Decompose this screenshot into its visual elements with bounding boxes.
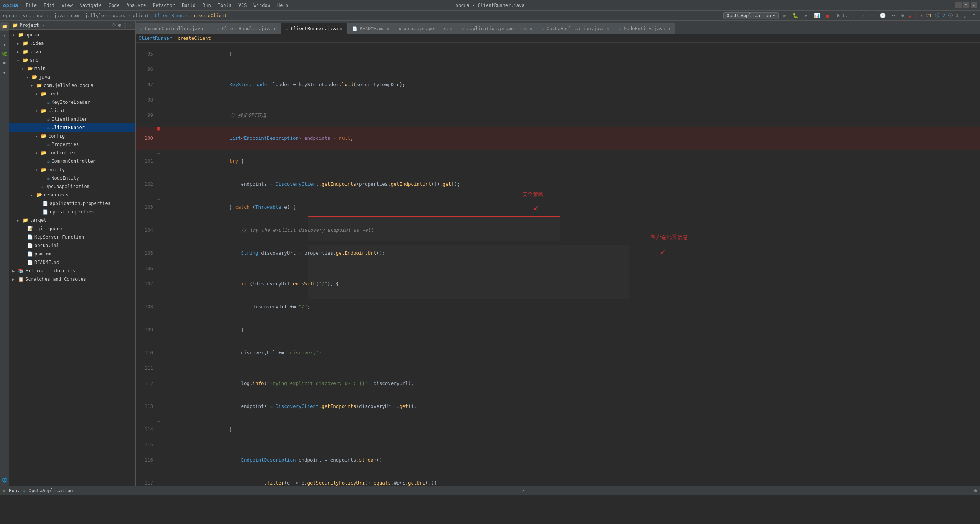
tab-app-properties[interactable]: ⚙ application.properties ✕ [457, 23, 537, 34]
tab-readme-close[interactable]: ✕ [387, 27, 389, 31]
tree-keystoreloader[interactable]: ▶ ☕ KeyStoreLoader [9, 98, 135, 106]
error-count[interactable]: ▲ [909, 13, 911, 18]
activity-structure[interactable]: ≡ [0, 59, 9, 67]
maximize-button[interactable]: □ [963, 2, 969, 8]
tree-opcua-iml[interactable]: ▶ 📄 opcua.iml [9, 241, 135, 250]
project-minimize-icon[interactable]: ─ [129, 22, 132, 28]
code-cell[interactable] [175, 364, 980, 372]
tab-clienthandler[interactable]: ☕ ClientHandler.java ✕ [212, 23, 281, 34]
run-icon[interactable]: ▶ [3, 488, 6, 493]
tab-opcua-properties[interactable]: ⚙ opcua.properties ✕ [394, 23, 457, 34]
breadcrumb-src[interactable]: src [23, 13, 31, 18]
code-cell[interactable]: } [175, 43, 980, 66]
code-cell[interactable]: // 搜索OPC节点 [175, 104, 980, 127]
menu-tools[interactable]: Tools [215, 2, 235, 9]
tab-opcuaprops-close[interactable]: ✕ [450, 27, 452, 31]
breadcrumb-opcua2[interactable]: opcua [113, 13, 127, 18]
code-cell[interactable]: discoveryUrl += "discovery"; [175, 341, 980, 364]
code-cell[interactable]: discoveryUrl += "/"; [175, 295, 980, 318]
menu-view[interactable]: View [59, 2, 76, 9]
bottom-settings-icon[interactable]: ⚙ [974, 488, 977, 493]
code-cell[interactable]: try { [175, 150, 980, 173]
breadcrumb-method[interactable]: createClient [194, 13, 227, 18]
code-cell[interactable]: } [175, 418, 980, 441]
activity-favorites[interactable]: ★ [0, 68, 9, 77]
tree-config[interactable]: ▾ 📂 config [9, 132, 135, 140]
tab-nodeentity-close[interactable]: ✕ [668, 27, 670, 31]
vcs-update[interactable]: ✓ [851, 12, 857, 19]
tree-cert[interactable]: ▾ 📂 cert [9, 90, 135, 98]
code-cell[interactable]: endpoints = DiscoveryClient.getEndpoints… [175, 173, 980, 196]
vcs-settings[interactable]: ⚙ [900, 12, 906, 19]
run-with-coverage-button[interactable]: ⚡ [803, 12, 809, 19]
tree-main[interactable]: ▾ 📂 main [9, 64, 135, 73]
code-cell[interactable] [175, 66, 980, 73]
breadcrumb-com[interactable]: com [71, 13, 79, 18]
tree-root-opcua[interactable]: ▾ 📁 opcua [9, 31, 135, 39]
activity-web[interactable]: 🌐 [0, 476, 9, 484]
tree-com-jellyleo[interactable]: ▾ 📂 com.jellyleo.opcua [9, 81, 135, 90]
vcs-push[interactable]: ↑ [869, 12, 875, 19]
run-config-dropdown-icon[interactable]: ▾ [773, 13, 775, 18]
fold-icon[interactable]: − [157, 150, 160, 157]
project-gear-icon[interactable]: ⋮ [122, 22, 127, 28]
menu-build[interactable]: Build [179, 2, 199, 9]
breadcrumb-opcua[interactable]: opcua [3, 13, 17, 18]
run-close-button[interactable]: × [522, 488, 525, 493]
tree-scratches[interactable]: ▶ 📋 Scratches and Consoles [9, 275, 135, 283]
menu-refactor[interactable]: Refactor [150, 2, 178, 9]
menu-edit[interactable]: Edit [41, 2, 58, 9]
tree-app-properties[interactable]: ▶ 📄 application.properties [9, 199, 135, 208]
project-sync-icon[interactable]: ⟳ [112, 22, 116, 28]
activity-commit[interactable]: ± [0, 31, 9, 40]
tree-properties[interactable]: ▶ ☕ Properties [9, 140, 135, 149]
tree-clienthandler[interactable]: ▶ ☕ ClientHandler [9, 115, 135, 123]
tab-clientrunner[interactable]: ☕ ClientRunner.java ✕ [281, 23, 347, 34]
tab-readme[interactable]: 📄 README.md ✕ [348, 23, 394, 34]
tree-pom-xml[interactable]: ▶ 📄 pom.xml [9, 250, 135, 258]
ed-breadcrumb-file[interactable]: ClientRunner [139, 36, 172, 41]
vcs-history[interactable]: 🕐 [878, 12, 887, 19]
code-cell[interactable]: String discoveryUrl = properties.getEndp… [175, 242, 980, 265]
code-cell[interactable] [175, 265, 980, 272]
tree-resources[interactable]: ▾ 📂 resources [9, 191, 135, 199]
editor-container[interactable]: 安全策略 ↙ 客户端配置信息 ↙ 95 } [136, 43, 980, 486]
run-button[interactable]: ▶ [782, 12, 788, 19]
tree-kepserver[interactable]: ▶ 📄 KepServer Function [9, 233, 135, 241]
tab-nodeentity[interactable]: ☕ NodeEntity.java ✕ [614, 23, 675, 34]
stop-button[interactable]: ■ [825, 12, 831, 19]
activity-git[interactable]: 🌿 [0, 50, 9, 58]
menu-analyze[interactable]: Analyze [124, 2, 149, 9]
close-button[interactable]: ✕ [971, 2, 977, 8]
breadcrumb-java[interactable]: java [54, 13, 65, 18]
code-cell[interactable]: // try the explicit discovery endpoint a… [175, 219, 980, 242]
debug-button[interactable]: 🐛 [791, 12, 800, 19]
code-cell[interactable]: EndpointDescription endpoint = endpoints… [175, 449, 980, 472]
tab-appprops-close[interactable]: ✕ [530, 27, 532, 31]
menu-help[interactable]: Help [274, 2, 291, 9]
tree-external-libs[interactable]: ▶ 📚 External Libraries [9, 267, 135, 275]
code-cell[interactable]: endpoints = DiscoveryClient.getEndpoints… [175, 395, 980, 418]
code-cell[interactable] [175, 441, 980, 449]
tree-mvn[interactable]: ▶ 📁 .mvn [9, 47, 135, 56]
tree-opcua-properties[interactable]: ▶ 📄 opcua.properties [9, 208, 135, 216]
fold-icon[interactable]: − [157, 196, 160, 203]
breadcrumb-file[interactable]: ClientRunner [155, 13, 188, 18]
breadcrumb-main[interactable]: main [37, 13, 48, 18]
tab-clientrunner-close[interactable]: ✕ [340, 27, 343, 31]
tree-clientrunner[interactable]: ▶ ☕ ClientRunner [9, 123, 135, 132]
tree-target[interactable]: ▶ 📁 target [9, 216, 135, 224]
code-cell[interactable]: KeyStoreLoader loader = keyStoreLoader.l… [175, 73, 980, 96]
tree-client[interactable]: ▾ 📂 client [9, 106, 135, 115]
tab-opcuaapp-close[interactable]: ✕ [607, 27, 609, 31]
tab-clienthandler-close[interactable]: ✕ [274, 27, 276, 31]
collapse-icon[interactable]: ⌃ [971, 12, 977, 19]
fold-icon[interactable]: − [157, 418, 160, 426]
tree-java[interactable]: ▾ 📂 java [9, 73, 135, 81]
menu-vcs[interactable]: VCS [235, 2, 250, 9]
code-cell[interactable] [175, 96, 980, 104]
menu-window[interactable]: Window [251, 2, 273, 9]
tree-idea[interactable]: ▶ 📁 .idea [9, 39, 135, 47]
tree-commoncontroller[interactable]: ▶ ☕ CommonController [9, 157, 135, 165]
tree-nodeentity[interactable]: ▶ ☕ NodeEntity [9, 174, 135, 182]
